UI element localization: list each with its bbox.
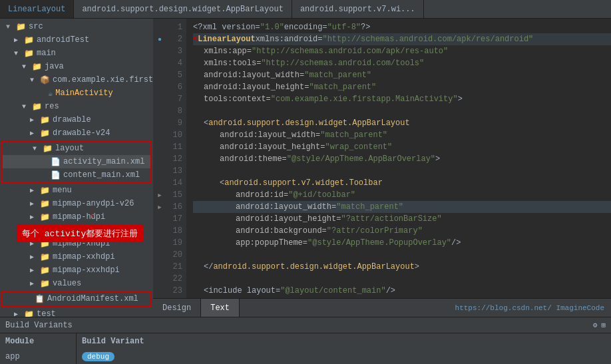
bv-columns: Module Build Variant — [0, 333, 611, 349]
tab-text[interactable]: Text — [201, 299, 240, 317]
tree-label-mipmap-xxhdpi: mipmap-xxhdpi — [53, 252, 115, 262]
arrow-java-icon: ▼ — [19, 61, 29, 72]
code-line-7: tools:context="com.example.xie.firstapp.… — [193, 93, 611, 105]
tree-item-values[interactable]: ▶ 📁 values — [0, 277, 153, 290]
tree-item-mipmap-any[interactable]: ▶ 📁 mipmap-anydpi-v26 — [0, 197, 153, 210]
tree-label-activity-main: activity_main.xml — [63, 157, 144, 166]
tree-item-drawable[interactable]: ▶ 📁 drawable — [0, 113, 153, 126]
tab-appbarlayout[interactable]: android.support.design.widget.AppBarLayo… — [74, 0, 292, 18]
tree-label-androidtest: androidTest — [37, 35, 89, 45]
spacer-icon — [35, 88, 45, 98]
tab-design[interactable]: Design — [153, 299, 201, 317]
code-line-23: <include layout="@layout/content_main" /… — [193, 285, 611, 297]
code-line-14: <android.support.v7.widget.Toolbar — [193, 177, 611, 189]
tree-item-mipmap-xxxhdpi[interactable]: ▶ 📁 mipmap-xxxhdpi — [0, 264, 153, 277]
tree-item-activity-main[interactable]: 📄 activity_main.xml — [3, 155, 150, 168]
tree-item-layout[interactable]: ▼ 📁 layout — [3, 142, 150, 155]
arrow-drawable-v24-icon: ▶ — [27, 128, 37, 138]
arrow-icon: ▶ — [11, 35, 21, 45]
tree-label-src: src — [29, 22, 43, 31]
tree-item-mipmap-hdpi[interactable]: ▶ 📁 mipmap-hdpi — [0, 210, 153, 224]
tree-item-res[interactable]: ▼ 📁 res — [0, 100, 153, 113]
code-line-22 — [193, 273, 611, 285]
arrow-mipmap-xxhdpi-icon: ▶ — [27, 252, 37, 262]
tree-label-mainactivity: MainActivity — [55, 89, 112, 98]
tree-label-main: main — [37, 49, 56, 58]
tree-item-com[interactable]: ▼ 📦 com.example.xie.firstapp — [0, 73, 153, 87]
tab-bar: LinearLayout android.support.design.widg… — [0, 0, 611, 19]
tab-linearlayout[interactable]: LinearLayout — [0, 0, 74, 18]
tree-label-mipmap-xxxhdpi: mipmap-xxxhdpi — [53, 266, 120, 275]
arrow-mipmap-hdpi-icon: ▶ — [27, 212, 37, 222]
bv-row-variant[interactable]: debug — [77, 349, 156, 364]
arrow-test-icon: ▶ — [11, 309, 21, 317]
arrow-open-icon: ▼ — [11, 48, 21, 59]
arrow-drawable-icon: ▶ — [27, 114, 37, 125]
code-line-19: app:popupTheme="@style/AppTheme.PopupOve… — [193, 237, 611, 249]
code-line-3: xmlns:app="http://schemas.android.com/ap… — [193, 45, 611, 57]
tree-label-test: test — [37, 309, 56, 317]
gutter-icon-2: ● — [153, 33, 166, 45]
code-line-2: <LinearLayout xmlns:android="http://sche… — [193, 33, 611, 45]
arrow-com-icon: ▼ — [27, 75, 37, 85]
bv-row-module: app — [0, 349, 77, 364]
tree-item-menu[interactable]: ▶ 📁 menu — [0, 184, 153, 197]
code-line-18: android:background="?attr/colorPrimary" — [193, 225, 611, 237]
line-numbers: 1 2 3 4 5 6 7 8 9 10 11 12 13 14 15 16 1 — [166, 19, 186, 298]
arrow-menu-icon: ▶ — [27, 185, 37, 196]
tree-item-mainactivity[interactable]: ☕ MainActivity — [0, 87, 153, 100]
tree-label-com: com.example.xie.firstapp — [53, 75, 153, 85]
main-area: ▼ 📁 src ▶ 📁 androidTest ▼ 📁 main ▼ 📁 jav… — [0, 19, 611, 317]
tree-item-test[interactable]: ▶ 📁 test — [0, 307, 153, 317]
spacer3-icon — [37, 170, 48, 180]
arrow-mipmap-xxxhdpi-icon: ▶ — [27, 265, 37, 275]
code-line-1: <?xml version="1.0" encoding="utf-8"?> — [193, 21, 611, 33]
bv-header: Build Variants ⚙ ⊞ — [0, 317, 611, 333]
tree-label-drawable-v24: drawable-v24 — [53, 128, 110, 138]
tree-label-drawable: drawable — [53, 115, 91, 124]
tree-item-drawable-v24[interactable]: ▶ 📁 drawable-v24 — [0, 126, 153, 140]
chevron-icon[interactable]: ⊞ — [601, 321, 606, 329]
debug-badge[interactable]: debug — [82, 352, 114, 361]
arrow-values-icon: ▶ — [27, 278, 37, 289]
tree-item-java[interactable]: ▼ 📁 java — [0, 60, 153, 73]
tree-label-layout: layout — [55, 144, 84, 153]
tree-item-content-main[interactable]: 📄 content_main.xml — [3, 168, 150, 182]
file-tree: ▼ 📁 src ▶ 📁 androidTest ▼ 📁 main ▼ 📁 jav… — [0, 19, 153, 317]
gutter-col: ● ▶ ▶ — [153, 19, 166, 298]
tree-item-mipmap-xxhdpi[interactable]: ▶ 📁 mipmap-xxhdpi — [0, 250, 153, 264]
code-line-11: android:layout_height="wrap_content" — [193, 141, 611, 153]
code-line-15: android:id="@+id/toolbar" — [193, 189, 611, 201]
tree-label-java: java — [45, 62, 64, 71]
tree-item-src[interactable]: ▼ 📁 src — [0, 20, 153, 33]
build-variants-panel: Build Variants ⚙ ⊞ Module Build Variant … — [0, 317, 611, 364]
gutter-icon-15: ▶ — [153, 201, 166, 213]
code-line-9: <android.support.design.widget.AppBarLay… — [193, 117, 611, 129]
tree-label-menu: menu — [53, 186, 72, 195]
code-lines[interactable]: <?xml version="1.0" encoding="utf-8"?> <… — [186, 19, 611, 298]
bv-row-app: app debug — [0, 349, 611, 364]
gear-icon[interactable]: ⚙ — [593, 321, 598, 329]
arrow-res-icon: ▼ — [19, 101, 29, 112]
tree-label-androidmanifest: AndroidManifest.xml — [47, 294, 138, 303]
code-line-16: android:layout_width="match_parent" — [193, 201, 611, 213]
layout-folder-box: ▼ 📁 layout 📄 activity_main.xml 📄 content… — [1, 140, 152, 183]
folder-icon: ▼ — [3, 21, 13, 32]
code-editor[interactable]: ● ▶ ▶ 1 — [153, 19, 611, 317]
tree-item-androidtest[interactable]: ▶ 📁 androidTest — [0, 33, 153, 47]
arrow-mipmap-any-icon: ▶ — [27, 198, 37, 209]
bv-variant-header: Build Variant — [77, 333, 156, 349]
bv-title: Build Variants — [5, 321, 73, 330]
code-content: ● ▶ ▶ 1 — [153, 19, 611, 298]
tree-item-main[interactable]: ▼ 📁 main — [0, 47, 153, 60]
tree-label-content-main: content_main.xml — [63, 170, 140, 180]
manifest-box: 📋 AndroidManifest.xml — [1, 291, 152, 307]
tree-item-androidmanifest[interactable]: 📋 AndroidManifest.xml — [3, 292, 150, 305]
tree-label-mipmap-hdpi: mipmap-hdpi — [53, 212, 105, 222]
tab-v7widget[interactable]: android.support.v7.wi... — [292, 0, 424, 18]
code-line-13 — [193, 165, 611, 177]
code-line-17: android:layout_height="?attr/actionBarSi… — [193, 213, 611, 225]
code-line-6: android:layout_height="match_parent" — [193, 81, 611, 93]
code-line-12: android:theme="@style/AppTheme.AppBarOve… — [193, 153, 611, 165]
annotation-popup: 每个 activity都要进行注册 — [17, 225, 143, 242]
